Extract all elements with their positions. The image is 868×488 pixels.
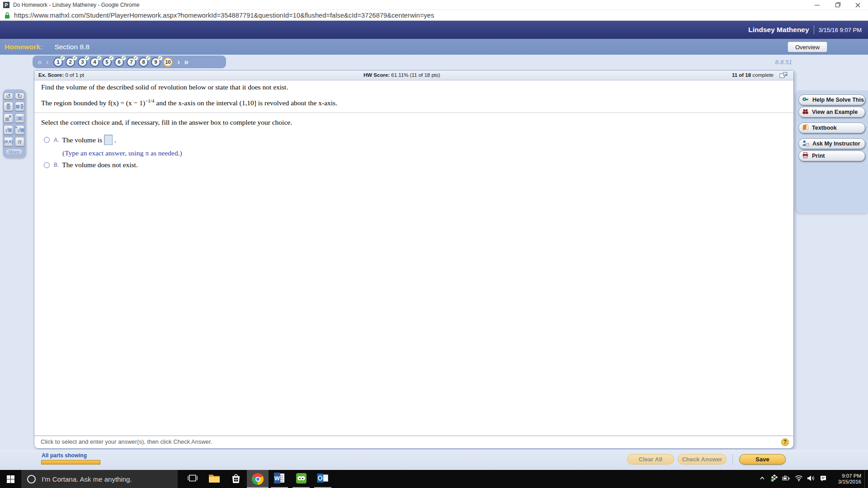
option-b-radio[interactable] <box>44 162 50 168</box>
overview-button[interactable]: Overview <box>788 42 827 52</box>
taskbar-outlook-button[interactable] <box>312 470 334 488</box>
clock-time: 9:07 PM <box>829 473 861 479</box>
store-icon <box>231 473 241 486</box>
tray-action-center-button[interactable] <box>817 470 829 488</box>
screen: P Do Homework - Lindsey Matheney - Googl… <box>0 0 868 488</box>
option-a-note: (Type an exact answer, using π as needed… <box>62 149 182 157</box>
clear-all-button[interactable]: Clear All <box>627 454 674 465</box>
previous-question-button[interactable]: ‹ <box>45 56 50 68</box>
assignment-name: Section 8.8 <box>54 43 90 51</box>
show-desktop-button[interactable] <box>864 470 868 488</box>
question-2-button[interactable]: 2✓ <box>66 57 75 67</box>
homework-score-value: 61.11% (11 of 18 pts) <box>390 72 440 78</box>
taskbar-store-button[interactable] <box>225 470 247 488</box>
key-icon <box>802 96 809 104</box>
popout-icon[interactable] <box>779 72 788 79</box>
ask-my-instructor-button[interactable]: Ask My Instructor <box>798 138 865 149</box>
url-text[interactable]: https://www.mathxl.com/Student/PlayerHom… <box>14 12 434 19</box>
print-button[interactable]: Print <box>798 150 865 161</box>
taskbar-green-app-button[interactable] <box>290 470 312 488</box>
setup-exponent: −1/4 <box>145 98 154 103</box>
save-button[interactable]: Save <box>739 454 786 465</box>
redo-button[interactable]: ↻ <box>15 93 24 99</box>
user-bar-divider <box>814 25 814 34</box>
tray-wifi-button[interactable] <box>793 470 805 488</box>
print-icon <box>802 152 809 160</box>
check-answer-button[interactable]: Check Answer <box>678 454 726 465</box>
view-an-example-label: View an Example <box>812 109 858 115</box>
taskbar-clock[interactable]: 9:07 PM 3/15/2016 <box>829 470 864 488</box>
exercise-score-label: Ex. Score: <box>38 72 64 78</box>
homework-score-label: HW Score: <box>363 72 390 78</box>
complete-check-icon: ✓ <box>158 56 163 61</box>
answer-input-box[interactable] <box>104 135 113 145</box>
restore-icon <box>835 3 840 7</box>
cortana-search[interactable]: I'm Cortana. Ask me anything. <box>21 470 178 488</box>
option-a-letter: A. <box>54 137 59 143</box>
taskbar-file-explorer-button[interactable] <box>203 470 225 488</box>
tray-chevron-up-button[interactable] <box>756 470 768 488</box>
minimize-button[interactable] <box>807 0 827 10</box>
pi-button[interactable]: π <box>15 137 24 146</box>
exponent-button[interactable] <box>4 113 13 123</box>
completion-status: 11 of 18 complete <box>732 72 774 78</box>
button-divider <box>732 454 733 465</box>
question-1-button[interactable]: 1✓ <box>53 57 63 67</box>
absolute-value-button[interactable] <box>15 113 24 123</box>
textbook-icon <box>802 124 809 132</box>
question-9-button[interactable]: 9✓ <box>151 57 160 67</box>
help-question-icon[interactable]: ? <box>781 438 789 446</box>
taskbar-word-button[interactable]: W <box>269 470 290 488</box>
restore-button[interactable] <box>827 0 848 10</box>
outlook-icon <box>317 473 329 485</box>
ssl-lock-icon[interactable] <box>5 12 10 19</box>
close-button[interactable] <box>848 0 868 10</box>
word-icon: W <box>274 472 285 486</box>
absolute-value-icon <box>17 116 23 121</box>
homework-label: Homework: <box>5 43 42 51</box>
tray-power-button[interactable] <box>780 470 793 488</box>
undo-button[interactable]: ↺ <box>4 93 13 99</box>
cortana-text: I'm Cortana. Ask me anything. <box>42 475 132 483</box>
exercise-score-value: 0 of 1 pt <box>64 72 84 78</box>
taskbar-chrome-button[interactable] <box>247 470 269 488</box>
tray-sync-button[interactable] <box>768 470 780 488</box>
first-question-button[interactable]: « <box>37 56 43 68</box>
address-bar[interactable]: https://www.mathxl.com/Student/PlayerHom… <box>0 10 868 21</box>
interval-button[interactable]: (,) <box>4 137 13 146</box>
taskbar-task-view-button[interactable] <box>182 470 203 488</box>
more-button[interactable]: More <box>5 149 23 155</box>
taskbar-spacer <box>334 470 756 488</box>
view-an-example-button[interactable]: View an Example <box>798 107 865 117</box>
question-5-button[interactable]: 5✓ <box>102 57 112 67</box>
complete-check-icon: ✓ <box>97 56 102 61</box>
mixed-fraction-button[interactable] <box>15 102 24 111</box>
last-question-button[interactable]: » <box>183 56 189 68</box>
action-center-icon <box>820 475 827 483</box>
tray-volume-button[interactable] <box>805 470 817 488</box>
option-a-radio[interactable] <box>44 137 50 143</box>
question-nav: « ‹ 1✓2✓3✓4✓5✓6✓7✓8✓9✓10 › » <box>33 56 226 68</box>
question-8-button[interactable]: 8✓ <box>139 57 148 67</box>
option-b-letter: B. <box>54 162 59 168</box>
textbook-button[interactable]: Textbook <box>798 122 865 133</box>
question-10-button[interactable]: 10 <box>163 57 173 67</box>
start-button[interactable] <box>0 470 21 488</box>
option-a-row: A. The volume is . <box>44 135 116 145</box>
complete-check-icon: ✓ <box>133 56 138 61</box>
user-bar: Lindsey Matheney 3/15/16 9:07 PM <box>0 21 868 39</box>
nth-root-button[interactable]: √ <box>15 125 24 135</box>
fraction-button[interactable] <box>4 102 13 111</box>
sqrt-button[interactable]: √ <box>4 125 13 135</box>
question-4-button[interactable]: 4✓ <box>90 57 99 67</box>
help-me-solve-this-button[interactable]: Help Me Solve This <box>798 94 865 105</box>
complete-check-icon: ✓ <box>146 56 151 61</box>
palette-rows: ↺↻√√(,)π <box>3 93 25 146</box>
windows-logo-icon <box>7 475 14 483</box>
question-7-button[interactable]: 7✓ <box>127 57 136 67</box>
question-3-button[interactable]: 3✓ <box>78 57 87 67</box>
completion-count: 11 of 18 <box>732 72 751 78</box>
question-6-button[interactable]: 6✓ <box>114 57 124 67</box>
next-question-button[interactable]: › <box>176 56 181 68</box>
palette-row: ↺↻ <box>3 93 25 99</box>
